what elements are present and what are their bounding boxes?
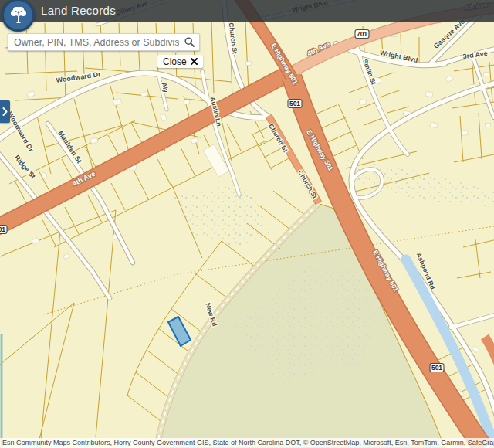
sidebar-expand-button[interactable]: [0, 100, 10, 123]
svg-text:701: 701: [357, 30, 367, 38]
shield-us501-upper: 501: [288, 100, 302, 108]
search-input[interactable]: [8, 37, 179, 48]
shield-us701-left-edge: 701: [0, 226, 7, 234]
close-button[interactable]: Close: [157, 55, 203, 68]
svg-text:501: 501: [289, 100, 300, 107]
search-bar: [8, 33, 200, 51]
svg-text:701: 701: [0, 226, 5, 233]
close-button-label: Close: [163, 56, 187, 67]
svg-text:501: 501: [431, 364, 442, 372]
search-icon[interactable]: [179, 37, 199, 47]
shield-us501-lower: 501: [430, 364, 444, 372]
map-attribution: Esri Community Maps Contributors, Horry …: [0, 438, 494, 448]
shield-us701-main: 701: [355, 30, 369, 39]
app-title: Land Records: [41, 4, 116, 17]
chevron-right-icon: [2, 107, 8, 116]
close-icon: [191, 58, 198, 65]
oak-tree-logo-icon: [2, 0, 35, 32]
land-records-app: 701 701 501 501 Sibley Ave Wright Blvd 4…: [0, 0, 494, 448]
map-canvas[interactable]: 701 701 501 501 Sibley Ave Wright Blvd 4…: [0, 0, 494, 448]
